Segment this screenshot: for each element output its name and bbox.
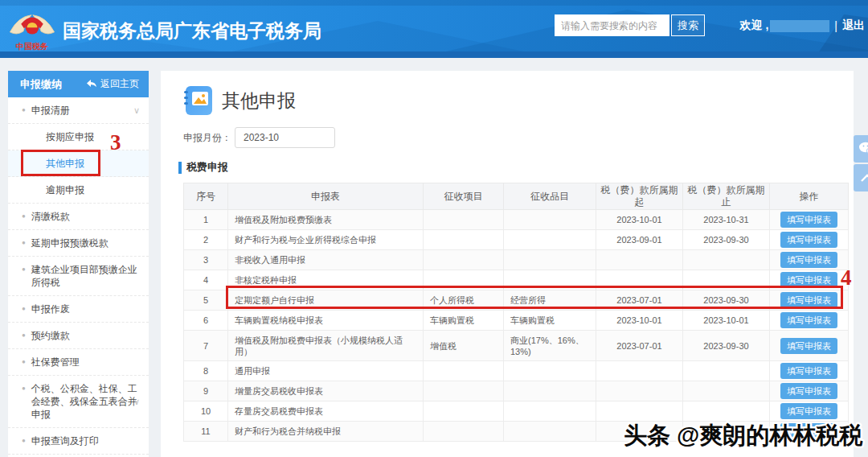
back-arrow-icon: [87, 80, 97, 89]
sidebar-item-label: 建筑企业项目部预缴企业所得税: [31, 263, 142, 289]
levy-item: [504, 210, 596, 230]
table-row: 4非核定税种申报填写申报表: [184, 270, 849, 290]
wechat-button[interactable]: [854, 135, 868, 163]
fill-form-button[interactable]: 填写申报表: [780, 212, 837, 228]
sidebar-item-label: 延期申报预缴税款: [31, 237, 108, 249]
levy-item: [504, 401, 596, 422]
back-home-link[interactable]: 返回主页: [87, 77, 139, 91]
levy-project: [424, 210, 504, 230]
table-row: 5定期定额户自行申报个人所得税经营所得2023-07-012023-09-30填…: [184, 290, 849, 311]
fill-form-button[interactable]: 填写申报表: [780, 232, 837, 248]
table-row: 10存量房交易税费申报表填写申报表: [184, 401, 849, 422]
action-cell: 填写申报表: [770, 290, 849, 311]
period-start: [596, 250, 683, 270]
table-row: 11财产和行为税合并纳税申报填写申报表: [184, 422, 849, 442]
page-title: 其他申报: [222, 89, 296, 113]
month-input[interactable]: 2023-10: [235, 127, 335, 148]
table-row: 2财产和行为税与企业所得税综合申报2023-09-012023-09-30填写申…: [184, 230, 849, 250]
sidebar-item-label: 按期应申报: [46, 130, 94, 143]
sidebar: 申报缴纳 返回主页 ●申报清册∨按期应申报其他申报逾期申报●清缴税款●延期申报预…: [8, 71, 149, 457]
fill-form-button[interactable]: 填写申报表: [780, 312, 837, 328]
levy-item: 车辆购置税: [504, 311, 596, 331]
column-header: 征收项目: [424, 183, 504, 210]
divider: |: [834, 19, 837, 32]
period-start: [596, 401, 683, 422]
action-cell: 填写申报表: [770, 331, 849, 361]
logout-link[interactable]: 退出: [842, 19, 865, 33]
action-cell: 填写申报表: [770, 230, 849, 250]
row-index: 10: [184, 401, 228, 422]
period-start: 2023-10-01: [596, 311, 683, 331]
bullet-icon: ●: [22, 303, 26, 315]
table-row: 8通用申报填写申报表: [184, 361, 849, 381]
scroll-top-button[interactable]: [854, 164, 868, 191]
row-index: 5: [184, 290, 228, 311]
fill-form-button[interactable]: 填写申报表: [780, 252, 837, 268]
levy-item: [504, 270, 596, 290]
period-end: [683, 381, 770, 401]
form-name: 存量房交易税费申报表: [228, 401, 424, 422]
form-name: 财产和行为税与企业所得税综合申报: [228, 230, 424, 250]
tax-forms-table: 序号申报表征收项目征收品目税（费）款所属期起税（费）款所属期止操作 1增值税及附…: [183, 183, 848, 442]
row-index: 4: [184, 270, 228, 290]
chevron-down-icon: ∨: [133, 395, 140, 408]
sidebar-item[interactable]: ●申报作废: [8, 296, 149, 323]
sidebar-item[interactable]: 按期应申报: [8, 124, 149, 150]
column-header: 征收品目: [504, 183, 596, 210]
svg-text:中国税务: 中国税务: [16, 42, 48, 51]
levy-project: 车辆购置税: [424, 311, 504, 331]
period-end: [683, 422, 770, 442]
period-start: 2023-07-01: [596, 331, 683, 361]
fill-form-button[interactable]: 填写申报表: [780, 338, 837, 354]
sidebar-item[interactable]: ●延期申报预缴税款: [8, 230, 149, 257]
form-name: 车辆购置税纳税申报表: [228, 311, 424, 331]
form-name: 通用申报: [228, 361, 424, 381]
fill-form-button[interactable]: 填写申报表: [780, 403, 837, 419]
period-start: 2023-09-01: [596, 230, 683, 250]
table-row: 1增值税及附加税费预缴表2023-10-012023-10-31填写申报表: [184, 210, 849, 230]
sidebar-item[interactable]: 逾期申报: [8, 177, 149, 204]
levy-item: [504, 250, 596, 270]
sidebar-item[interactable]: ●预约缴款: [8, 323, 149, 349]
search-button[interactable]: 搜索: [671, 14, 705, 36]
bullet-icon: ●: [22, 104, 26, 117]
period-end: 2023-09-30: [683, 331, 770, 361]
period-end: 2023-09-30: [683, 230, 770, 250]
form-name: 定期定额户自行申报: [228, 290, 424, 311]
sidebar-item-label: 申报查询及打印: [31, 434, 99, 447]
sidebar-item[interactable]: ●社保费管理: [8, 349, 149, 376]
sidebar-item-label: 个税、公积金、社保、工会经费、残保金五表合并申报: [31, 382, 142, 421]
sidebar-item[interactable]: 其他申报: [8, 150, 149, 177]
form-name: 增值税及附加税费申报表（小规模纳税人适用）: [228, 331, 424, 361]
search-input[interactable]: [555, 14, 669, 36]
sidebar-item[interactable]: ●个税、公积金、社保、工会经费、残保金五表合并申报∨: [8, 376, 149, 428]
sidebar-item[interactable]: ●申报查询及打印: [8, 428, 149, 455]
sidebar-item[interactable]: ●建筑企业项目部预缴企业所得税: [8, 257, 149, 296]
bullet-icon: ●: [22, 210, 26, 223]
form-name: 非核定税种申报: [228, 270, 424, 290]
floating-toolbar: [854, 135, 868, 193]
fill-form-button[interactable]: 填写申报表: [780, 383, 837, 399]
fill-form-button[interactable]: 填写申报表: [780, 363, 837, 379]
fill-form-button[interactable]: 填写申报表: [780, 292, 837, 308]
sidebar-item[interactable]: ●清缴税款: [8, 204, 149, 230]
action-cell: 填写申报表: [770, 401, 849, 422]
fill-form-button[interactable]: 填写申报表: [780, 272, 837, 288]
row-index: 3: [184, 250, 228, 270]
bullet-icon: ●: [22, 434, 26, 447]
username-redacted: [770, 20, 829, 32]
row-index: 1: [184, 210, 228, 230]
levy-item: [504, 361, 596, 381]
welcome-text: 欢迎 ,: [740, 19, 769, 33]
action-cell: 填写申报表: [770, 311, 849, 331]
column-header: 序号: [184, 183, 228, 210]
sidebar-menu: ●申报清册∨按期应申报其他申报逾期申报●清缴税款●延期申报预缴税款●建筑企业项目…: [8, 97, 149, 455]
column-header: 申报表: [228, 183, 424, 210]
fill-form-button[interactable]: 填写申报表: [780, 423, 837, 439]
row-index: 2: [184, 230, 228, 250]
period-end: [683, 250, 770, 270]
levy-project: [424, 230, 504, 250]
annotation-number-4: 4: [841, 266, 852, 290]
sidebar-item[interactable]: ●申报清册∨: [8, 97, 149, 124]
sidebar-item-label: 申报作废: [31, 303, 70, 315]
